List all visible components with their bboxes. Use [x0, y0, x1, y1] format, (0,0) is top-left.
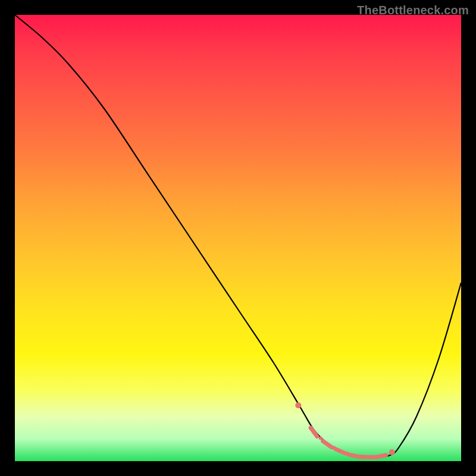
marker-dash [349, 455, 359, 457]
watermark-text: TheBottleneck.com [357, 4, 469, 17]
marker-dot [295, 402, 301, 408]
marker-dash [375, 455, 386, 458]
marker-dash [311, 428, 317, 437]
curve-path [15, 15, 461, 458]
highlight-markers [295, 402, 395, 458]
chart-area [15, 15, 461, 461]
marker-dot [389, 449, 395, 455]
marker-dash [336, 449, 346, 453]
bottleneck-curve [15, 15, 461, 461]
marker-dash [323, 441, 332, 447]
